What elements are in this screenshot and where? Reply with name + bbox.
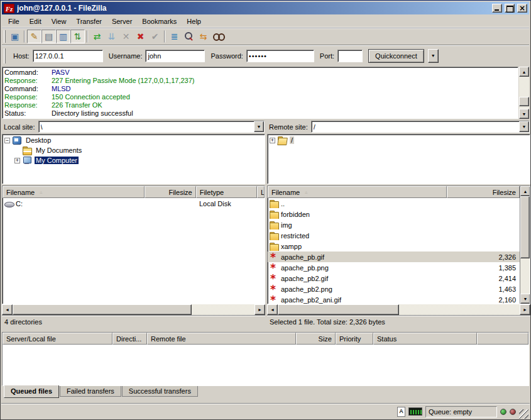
scrollbar-thumb[interactable] [519, 97, 529, 106]
toolbar: ▣ ✎ ▤ ▥ [2, 28, 529, 45]
local-horizontal-scrollbar[interactable] [2, 304, 265, 315]
menu-bookmarks[interactable]: Bookmarks [137, 16, 182, 27]
tree-item[interactable]: + / [268, 135, 530, 145]
tab-successful-transfers[interactable]: Successful transfers [122, 386, 198, 397]
directory-comparison-button[interactable] [182, 30, 196, 43]
tree-item[interactable]: − Desktop [3, 135, 265, 145]
toggle-local-treeview-button[interactable]: ▤ [41, 30, 56, 43]
column-header-last-modified[interactable]: L [257, 186, 265, 198]
column-header-filename[interactable]: Filename▵ [3, 186, 145, 198]
scrollbar-thumb[interactable] [13, 304, 192, 315]
tree-item[interactable]: My Documents [3, 145, 265, 155]
password-label: Password: [211, 52, 243, 60]
directory-listing-filters-button[interactable]: ≣ [167, 30, 182, 43]
file-row[interactable]: restricted [268, 230, 520, 241]
menu-file[interactable]: File [3, 16, 25, 27]
column-header-priority[interactable]: Priority [336, 333, 373, 345]
file-row[interactable]: .. [268, 198, 520, 209]
tree-expander[interactable]: − [4, 138, 10, 143]
disconnect-button[interactable]: ✖ [133, 30, 148, 43]
process-queue-button[interactable]: ⇊ [104, 30, 119, 43]
tab-failed-transfers[interactable]: Failed transfers [60, 386, 121, 397]
column-header-remote-file[interactable]: Remote file [147, 333, 296, 345]
remote-site-label: Remote site: [269, 123, 308, 131]
menu-bar: File Edit View Transfer Server Bookmarks… [2, 16, 529, 28]
synchronized-browsing-button[interactable]: ⇆ [196, 30, 211, 43]
file-row[interactable]: apache_pb2.gif 2,414 [268, 273, 520, 284]
scroll-left-button[interactable] [2, 304, 13, 315]
remote-directory-tree: + / [267, 134, 530, 184]
combo-dropdown-button[interactable] [519, 121, 529, 132]
column-header-server-local-file[interactable]: Server/Local file [3, 333, 112, 345]
queue-tabs: Queued files Failed transfers Successful… [2, 386, 529, 400]
tab-queued-files[interactable]: Queued files [4, 385, 59, 398]
column-header-direction[interactable]: Directi... [112, 333, 147, 345]
title-bar[interactable]: Fz john@127.0.0.1 - FileZilla [2, 2, 529, 14]
remote-vertical-scrollbar[interactable] [520, 186, 530, 304]
password-input[interactable] [246, 50, 314, 62]
find-files-button[interactable] [211, 30, 225, 43]
scroll-up-button[interactable] [519, 67, 529, 77]
local-status-text: 4 directories [2, 315, 265, 329]
scroll-left-button[interactable] [267, 304, 278, 315]
menu-transfer[interactable]: Transfer [71, 16, 107, 27]
host-input[interactable] [33, 50, 103, 62]
menu-view[interactable]: View [47, 16, 72, 27]
toggle-remote-treeview-button[interactable]: ▥ [56, 30, 70, 43]
tree-expander[interactable]: + [14, 158, 20, 163]
file-row[interactable]: img [268, 219, 520, 230]
transfer-type-ascii-icon: A [397, 407, 405, 417]
filezilla-window: Fz john@127.0.0.1 - FileZilla File Edit … [0, 0, 531, 420]
scroll-up-button[interactable] [520, 186, 530, 196]
file-row[interactable]: apache_pb.gif 2,326 [268, 251, 520, 262]
toggle-message-log-button[interactable]: ✎ [27, 30, 41, 43]
username-input[interactable] [145, 50, 205, 62]
folder-icon [270, 210, 279, 219]
file-row[interactable]: apache_pb2_ani.gif 2,160 [268, 294, 520, 304]
scroll-down-button[interactable] [519, 109, 529, 119]
combo-dropdown-button[interactable] [254, 121, 264, 132]
menu-edit[interactable]: Edit [25, 16, 47, 27]
column-header-filename[interactable]: Filename▵ [268, 186, 447, 198]
remote-horizontal-scrollbar[interactable] [267, 304, 530, 315]
file-row[interactable]: apache_pb.png 1,385 [268, 262, 520, 273]
port-input[interactable] [337, 50, 363, 62]
file-row[interactable]: apache_pb2.png 1,463 [268, 284, 520, 294]
remote-file-rows: .. forbidden img [268, 198, 520, 304]
column-header-filetype[interactable]: Filetype [196, 186, 257, 198]
scroll-down-button[interactable] [520, 294, 530, 304]
quickconnect-dropdown-button[interactable] [428, 49, 439, 63]
site-manager-button[interactable]: ▣ [8, 30, 22, 43]
local-site-label: Local site: [4, 123, 35, 131]
quickconnect-bar: Host: Username: Password: Port: Quickcon… [2, 45, 529, 66]
toggle-transfer-queue-button[interactable]: ⇅ [70, 30, 85, 43]
file-row[interactable]: forbidden [268, 209, 520, 219]
column-header-size[interactable]: Size [296, 333, 336, 345]
menu-help[interactable]: Help [182, 16, 206, 27]
message-log-scrollbar[interactable] [519, 67, 529, 119]
scrollbar-thumb[interactable] [278, 304, 399, 315]
column-header-filesize[interactable]: Filesize [145, 186, 195, 198]
scroll-right-button[interactable] [520, 304, 530, 315]
menu-server[interactable]: Server [107, 16, 137, 27]
remote-site-combo[interactable] [311, 121, 530, 133]
scrollbar-thumb[interactable] [520, 196, 530, 258]
local-site-path-input[interactable] [39, 121, 254, 132]
minimize-button[interactable] [492, 4, 502, 13]
quickconnect-button[interactable]: Quickconnect [368, 49, 424, 63]
toolbar-buttons: ▣ ✎ ▤ ▥ [8, 30, 225, 43]
maximize-button[interactable] [505, 4, 515, 13]
file-row[interactable]: C: Local Disk [3, 198, 265, 209]
tree-expander[interactable]: + [270, 138, 275, 143]
tree-item[interactable]: + My Computer [3, 155, 265, 165]
local-site-combo[interactable] [38, 121, 265, 133]
local-file-rows: C: Local Disk [3, 198, 265, 304]
refresh-button[interactable]: ⇄ [90, 30, 104, 43]
remote-site-path-input[interactable] [312, 121, 519, 132]
resize-grip[interactable] [519, 409, 528, 419]
close-button[interactable] [517, 4, 527, 13]
scroll-right-button[interactable] [255, 304, 265, 315]
column-header-filesize[interactable]: Filesize [447, 186, 520, 198]
file-row[interactable]: xampp [268, 241, 520, 251]
column-header-status[interactable]: Status [373, 333, 477, 345]
